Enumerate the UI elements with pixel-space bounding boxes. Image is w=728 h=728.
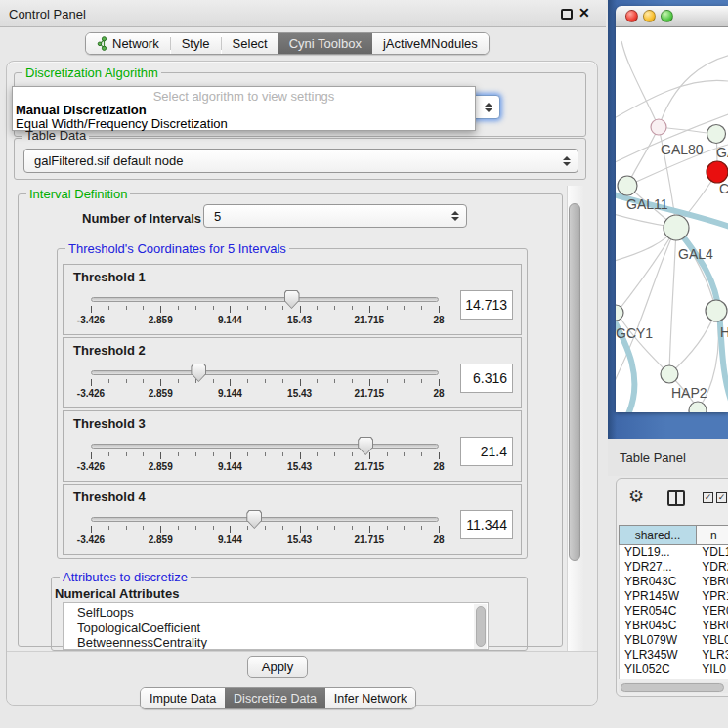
tick-label: 2.859: [149, 461, 173, 472]
checkbox-icon[interactable]: ✓: [703, 492, 713, 503]
network-node-selected[interactable]: [707, 161, 728, 183]
attribute-list-item[interactable]: SelfLoops: [77, 605, 488, 621]
main-scrollbar-thumb[interactable]: [569, 203, 580, 561]
tab-select[interactable]: Select: [222, 33, 278, 54]
node-label: GCY1: [616, 325, 653, 341]
float-window-icon[interactable]: [561, 9, 573, 20]
thresholds-stack: Threshold 1-3.4262.8599.14415.4321.71528…: [63, 264, 522, 557]
table-panel-title: Table Panel: [620, 450, 686, 465]
network-node[interactable]: [616, 305, 623, 321]
table-hscrollbar-track[interactable]: [619, 682, 728, 693]
table-cell[interactable]: YBL079W: [620, 633, 697, 648]
table-cell[interactable]: YBR045C: [620, 619, 697, 633]
popup-option-manual[interactable]: Manual Discretization: [16, 103, 147, 117]
table-cell[interactable]: YLR3: [697, 648, 728, 663]
slider-track[interactable]: [91, 370, 439, 375]
discretization-algorithm-label: Discretization Algorithm: [22, 65, 161, 80]
table-cell[interactable]: YBL0: [697, 633, 728, 648]
close-icon[interactable]: ✕: [578, 5, 590, 21]
table-row[interactable]: YIL052CYIL0: [620, 663, 728, 677]
table-cell[interactable]: YIL0: [697, 663, 728, 677]
table-cell[interactable]: YBR043C: [620, 575, 697, 589]
table-cell[interactable]: YDR27...: [620, 560, 697, 575]
table-row[interactable]: YBR043CYBR0: [620, 575, 728, 589]
tab-jactivemnodules[interactable]: jActiveMNodules: [372, 33, 489, 54]
table-cell[interactable]: YBR0: [697, 619, 728, 633]
tick-label: 9.144: [218, 315, 242, 325]
tab-cyni-toolbox[interactable]: Cyni Toolbox: [278, 33, 372, 54]
table-row[interactable]: YDR27...YDR2: [620, 560, 728, 575]
table-hscrollbar-thumb[interactable]: [621, 683, 724, 692]
numerical-attributes-label: Numerical Attributes: [55, 586, 179, 601]
table-row[interactable]: YPR145WYPR1: [620, 589, 728, 604]
threshold-value-field[interactable]: 11.344: [460, 510, 513, 539]
table-cell[interactable]: YBR0: [697, 575, 728, 589]
network-node[interactable]: [651, 119, 666, 135]
tab-label: jActiveMNodules: [383, 36, 478, 51]
table-data-combobox[interactable]: galFiltered.sif default node: [23, 149, 578, 173]
tick-label: 15.43: [287, 315, 312, 325]
split-columns-icon[interactable]: [667, 490, 685, 506]
slider-track[interactable]: [91, 444, 439, 449]
table-cell[interactable]: YDL1: [697, 545, 728, 560]
table-cell[interactable]: YIL052C: [620, 663, 697, 677]
tab-infer-network[interactable]: Infer Network: [325, 688, 415, 708]
table-row[interactable]: YBL079WYBL0: [620, 633, 728, 648]
slider-track[interactable]: [91, 297, 439, 302]
apply-button[interactable]: Apply: [247, 656, 308, 678]
network-node[interactable]: [706, 300, 727, 321]
table-cell[interactable]: YPR145W: [620, 589, 697, 604]
scrollbar-thumb[interactable]: [476, 606, 486, 647]
table-row[interactable]: YLR345WYLR3: [620, 648, 728, 663]
network-window-titlebar[interactable]: [616, 6, 728, 27]
threshold-value-field[interactable]: 21.4: [460, 437, 513, 466]
network-node[interactable]: [664, 215, 689, 240]
threshold-panel: Threshold 4-3.4262.8599.14415.4321.71528…: [63, 484, 522, 555]
column-header[interactable]: shared...: [619, 525, 697, 545]
combobox-stepper-icon: [485, 103, 492, 112]
attributes-list-scrollbar[interactable]: [474, 604, 487, 650]
table-row[interactable]: YBR045CYBR0: [620, 619, 728, 633]
table-panel-titlebar: Table Panel: [608, 439, 728, 476]
table-cell[interactable]: YER054C: [620, 604, 697, 619]
combobox-stepper-icon: [451, 211, 459, 221]
network-node[interactable]: [661, 365, 678, 383]
network-node[interactable]: [707, 125, 726, 144]
network-canvas[interactable]: GAL80 GA C GAL11 GAL4 GCY1 H HAP2: [616, 27, 728, 412]
gear-icon[interactable]: ⚙: [628, 486, 644, 507]
slider-track[interactable]: [91, 517, 439, 522]
zoom-traffic-light-icon[interactable]: [661, 10, 673, 22]
tab-network[interactable]: Network: [86, 33, 170, 54]
table-cell[interactable]: YER0: [697, 604, 728, 619]
column-header[interactable]: n: [697, 525, 728, 545]
threshold-label: Threshold 3: [73, 416, 146, 431]
table-cell[interactable]: YPR1: [697, 589, 728, 604]
threshold-value-field[interactable]: 6.316: [460, 364, 513, 393]
tab-style[interactable]: Style: [171, 33, 221, 54]
table-cell[interactable]: YLR345W: [620, 648, 697, 663]
tick-label: -3.426: [77, 535, 105, 545]
node-label: H: [720, 324, 728, 340]
thresholds-group-label: Threshold's Coordinates for 5 Intervals: [65, 241, 289, 256]
node-label: GAL4: [678, 246, 713, 262]
tab-impute-data[interactable]: Impute Data: [141, 688, 225, 708]
tick-label: 28: [433, 535, 444, 545]
table-cell[interactable]: YDL19...: [620, 545, 697, 560]
popup-option-equal-width[interactable]: Equal Width/Frequency Discretization: [16, 116, 228, 131]
number-of-intervals-combobox[interactable]: 5: [203, 204, 467, 228]
tab-label: Infer Network: [334, 692, 407, 706]
attribute-list-item[interactable]: BetweennessCentrality: [77, 635, 488, 650]
minimize-traffic-light-icon[interactable]: [643, 10, 656, 22]
network-node[interactable]: [618, 176, 637, 195]
table-cell[interactable]: YDR2: [697, 560, 728, 575]
tab-discretize-data[interactable]: Discretize Data: [225, 688, 325, 708]
checkbox-icon[interactable]: ✓: [716, 492, 727, 503]
threshold-value-field[interactable]: 14.713: [460, 290, 513, 320]
tick-label: 15.43: [287, 388, 312, 399]
threshold-panel: Threshold 1-3.4262.8599.14415.4321.71528…: [63, 264, 522, 335]
attribute-list-item[interactable]: TopologicalCoefficient: [77, 621, 488, 636]
table-row[interactable]: YER054CYER0: [620, 604, 728, 619]
network-node[interactable]: [689, 402, 707, 412]
close-traffic-light-icon[interactable]: [625, 10, 638, 22]
table-row[interactable]: YDL19...YDL1: [620, 545, 728, 560]
